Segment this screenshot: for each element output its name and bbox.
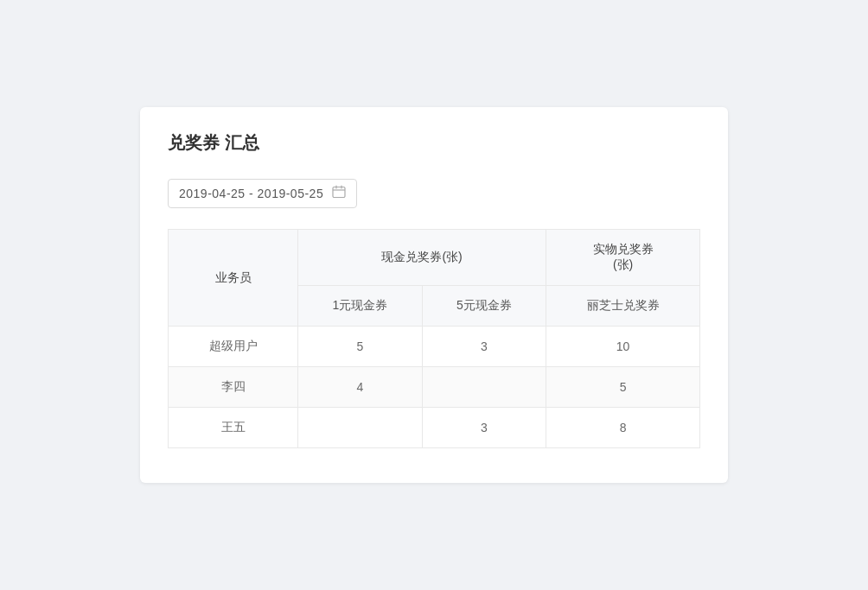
svg-rect-0 [333, 187, 345, 198]
date-picker-value: 2019-04-25 - 2019-05-25 [179, 187, 323, 200]
cell-cash5: 3 [422, 327, 546, 367]
th-cash1: 1元现金券 [298, 286, 423, 327]
th-cash-voucher: 现金兑奖券(张) [298, 230, 546, 286]
table-row: 李四45 [169, 367, 700, 408]
cell-salesperson: 王五 [169, 408, 298, 448]
th-salesperson: 业务员 [169, 230, 298, 327]
page-title: 兑奖券 汇总 [168, 131, 700, 155]
th-physical-voucher: 实物兑奖券(张) [546, 230, 700, 286]
summary-table: 业务员 现金兑奖券(张) 实物兑奖券(张) 1元现金券 5元现金券 丽芝士兑奖券… [168, 229, 700, 448]
date-picker[interactable]: 2019-04-25 - 2019-05-25 [168, 179, 357, 208]
table-row: 超级用户5310 [169, 327, 700, 367]
cell-cash1 [298, 408, 423, 448]
main-card: 兑奖券 汇总 2019-04-25 - 2019-05-25 业务员 现金兑奖券… [140, 107, 728, 483]
cell-salesperson: 超级用户 [169, 327, 298, 367]
cell-lizhishi: 5 [546, 367, 700, 408]
th-lizhishi: 丽芝士兑奖券 [546, 286, 700, 327]
cell-cash1: 4 [298, 367, 423, 408]
cell-cash5 [422, 367, 546, 408]
cell-salesperson: 李四 [169, 367, 298, 408]
table-row: 王五38 [169, 408, 700, 448]
th-cash5: 5元现金券 [422, 286, 546, 327]
cell-lizhishi: 8 [546, 408, 700, 448]
cell-lizhishi: 10 [546, 327, 700, 367]
cell-cash5: 3 [422, 408, 546, 448]
calendar-icon [332, 185, 346, 202]
cell-cash1: 5 [298, 327, 423, 367]
